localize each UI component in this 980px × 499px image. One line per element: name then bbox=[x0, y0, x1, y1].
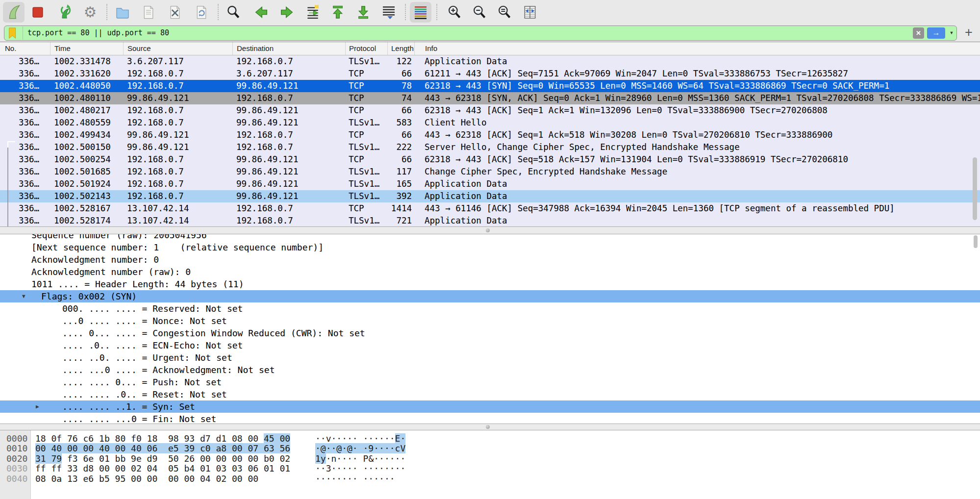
expander-open-icon[interactable]: ▼ bbox=[22, 290, 25, 302]
packet-cell-src[interactable]: 192.168.0.7 bbox=[127, 104, 231, 117]
detail-line[interactable]: Acknowledgment number: 0 bbox=[0, 253, 980, 266]
display-filter-value[interactable]: tcp.port == 80 || udp.port == 80 bbox=[27, 26, 169, 40]
packet-cell-time[interactable]: 1002.501924 bbox=[54, 178, 122, 190]
hex-ascii[interactable]: ········ ······ bbox=[315, 474, 395, 484]
packet-cell-proto[interactable]: TCP bbox=[349, 80, 386, 92]
packet-cell-dst[interactable]: 192.168.0.7 bbox=[236, 92, 343, 104]
packet-row[interactable]: 336…1002.52817413.107.42.14192.168.0.7TL… bbox=[0, 215, 980, 227]
packet-cell-proto[interactable]: TLSv1… bbox=[349, 166, 386, 178]
hex-ascii-highlighted[interactable]: 1y bbox=[315, 453, 326, 464]
colorize-packets-icon[interactable] bbox=[410, 2, 431, 23]
hex-ascii[interactable]: ·@··@·@· ·9····cV bbox=[315, 443, 405, 453]
hex-ascii[interactable]: ········ ······ bbox=[315, 474, 395, 484]
hex-bytes[interactable]: ff ff 33 d8 00 00 02 04 05 b4 01 03 03 0… bbox=[35, 463, 290, 474]
go-to-packet-icon[interactable] bbox=[302, 2, 324, 23]
packet-cell-info[interactable]: Application Data bbox=[425, 178, 980, 190]
packet-cell-no[interactable]: 336… bbox=[19, 166, 49, 178]
packet-cell-info[interactable]: Server Hello, Change Cipher Spec, Encryp… bbox=[425, 141, 980, 153]
packet-row[interactable]: 336…1002.49943499.86.49.121192.168.0.7TC… bbox=[0, 129, 980, 141]
packet-cell-proto[interactable]: TCP bbox=[349, 104, 386, 117]
packet-cell-time[interactable]: 1002.502143 bbox=[54, 190, 122, 202]
auto-scroll-icon[interactable] bbox=[378, 2, 400, 23]
packet-cell-dst[interactable]: 99.86.49.121 bbox=[236, 166, 343, 178]
packet-cell-time[interactable]: 1002.448050 bbox=[54, 80, 122, 92]
packet-row[interactable]: 336…1002.3314783.6.207.117192.168.0.7TLS… bbox=[0, 55, 980, 68]
packet-cell-dst[interactable]: 192.168.0.7 bbox=[236, 215, 343, 227]
hex-bytes[interactable]: 18 0f 76 c6 1b 80 f0 18 98 93 d7 d1 08 0… bbox=[35, 433, 290, 444]
packet-cell-src[interactable]: 13.107.42.14 bbox=[127, 202, 231, 215]
packet-cell-no[interactable]: 336… bbox=[19, 117, 49, 129]
hex-bytes[interactable]: 08 0a 13 e6 b5 95 00 00 00 00 04 02 00 0… bbox=[35, 474, 258, 484]
detail-line[interactable]: [Next sequence number: 1 (relative seque… bbox=[0, 241, 980, 253]
hex-row[interactable]: 004008 0a 13 e6 b5 95 00 00 00 00 04 02 … bbox=[0, 474, 980, 484]
hex-ascii-highlighted[interactable]: E· bbox=[395, 433, 406, 444]
hex-ascii[interactable]: ··v····· ······ bbox=[315, 433, 395, 444]
packet-row[interactable]: 336…1002.500254192.168.0.799.86.49.121TC… bbox=[0, 153, 980, 166]
hex-ascii[interactable]: ·n···· P&······ bbox=[326, 453, 406, 464]
detail-line[interactable]: ▼Flags: 0x002 (SYN) bbox=[0, 290, 980, 302]
packet-cell-len[interactable]: 721 bbox=[387, 215, 412, 227]
hex-bytes[interactable]: 31 79 f3 6e 01 bb 9e d9 50 26 00 00 00 0… bbox=[35, 453, 290, 464]
packet-cell-len[interactable]: 117 bbox=[387, 166, 412, 178]
packet-cell-no[interactable]: 336… bbox=[19, 55, 49, 68]
filter-apply-button[interactable]: → bbox=[927, 27, 945, 39]
hex-row[interactable]: 001000 40 00 00 40 00 40 06 e5 39 c0 a8 … bbox=[0, 443, 980, 453]
filter-bookmark-icon[interactable] bbox=[7, 27, 20, 39]
go-back-icon[interactable] bbox=[251, 2, 272, 23]
packet-cell-no[interactable]: 336… bbox=[19, 202, 49, 215]
packet-cell-info[interactable]: Application Data bbox=[425, 215, 980, 227]
packet-row[interactable]: 336…1002.448050192.168.0.799.86.49.121TC… bbox=[0, 80, 980, 92]
expander-closed-icon[interactable]: ▶ bbox=[36, 400, 39, 413]
packet-row[interactable]: 336…1002.52816713.107.42.14192.168.0.7TC… bbox=[0, 202, 980, 215]
packet-cell-time[interactable]: 1002.528167 bbox=[54, 202, 122, 215]
packet-cell-no[interactable]: 336… bbox=[19, 190, 49, 202]
packet-cell-proto[interactable]: TLSv1… bbox=[349, 141, 386, 153]
packet-cell-proto[interactable]: TLSv1… bbox=[349, 215, 386, 227]
packet-row[interactable]: 336…1002.480559192.168.0.799.86.49.121TL… bbox=[0, 117, 980, 129]
pane-splitter[interactable] bbox=[0, 424, 980, 430]
go-forward-icon[interactable] bbox=[276, 2, 298, 23]
detail-line[interactable]: .... .... ...0 = Fin: Not set bbox=[0, 413, 980, 424]
detail-line[interactable]: 000. .... .... = Reserved: Not set bbox=[0, 302, 980, 315]
packet-cell-proto[interactable]: TCP bbox=[349, 92, 386, 104]
packet-cell-src[interactable]: 192.168.0.7 bbox=[127, 166, 231, 178]
splitter-handle[interactable] bbox=[486, 228, 490, 232]
packet-cell-len[interactable]: 66 bbox=[387, 68, 412, 80]
packet-cell-dst[interactable]: 192.168.0.7 bbox=[236, 129, 343, 141]
packet-cell-time[interactable]: 1002.331478 bbox=[54, 55, 122, 68]
packet-cell-info[interactable]: 61211 → 443 [ACK] Seq=7151 Ack=97069 Win… bbox=[425, 68, 980, 80]
packet-cell-src[interactable]: 192.168.0.7 bbox=[127, 68, 231, 80]
hex-row[interactable]: 002031 79 f3 6e 01 bb 9e d9 50 26 00 00 … bbox=[0, 453, 980, 464]
hex-ascii[interactable]: ··3····· ········ bbox=[315, 463, 405, 474]
packet-cell-no[interactable]: 336… bbox=[19, 68, 49, 80]
packet-cell-no[interactable]: 336… bbox=[19, 178, 49, 190]
packet-cell-len[interactable]: 78 bbox=[387, 80, 412, 92]
go-to-bottom-icon[interactable] bbox=[352, 2, 374, 23]
detail-line[interactable]: .... ..0. .... = Urgent: Not set bbox=[0, 351, 980, 364]
packet-cell-proto[interactable]: TLSv1… bbox=[349, 178, 386, 190]
packet-cell-info[interactable]: Client Hello bbox=[425, 117, 980, 129]
packet-cell-time[interactable]: 1002.528174 bbox=[54, 215, 122, 227]
detail-line[interactable]: .... .... .0.. = Reset: Not set bbox=[0, 388, 980, 400]
column-header-source[interactable]: Source bbox=[123, 42, 232, 55]
splitter-handle[interactable] bbox=[486, 425, 490, 429]
packet-cell-dst[interactable]: 3.6.207.117 bbox=[236, 68, 343, 80]
packet-cell-info[interactable]: Application Data bbox=[425, 55, 980, 68]
detail-line[interactable]: Sequence number (raw): 2005041956 bbox=[0, 234, 980, 241]
packet-cell-src[interactable]: 99.86.49.121 bbox=[127, 129, 231, 141]
packet-cell-src[interactable]: 13.107.42.14 bbox=[127, 215, 231, 227]
packet-cell-dst[interactable]: 99.86.49.121 bbox=[236, 117, 343, 129]
packet-cell-time[interactable]: 1002.480217 bbox=[54, 104, 122, 117]
packet-cell-time[interactable]: 1002.480559 bbox=[54, 117, 122, 129]
filter-clear-button[interactable]: ✕ bbox=[913, 27, 924, 39]
packet-cell-dst[interactable]: 192.168.0.7 bbox=[236, 202, 343, 215]
column-header-length[interactable]: Length bbox=[387, 42, 414, 55]
packet-row[interactable]: 336…1002.48011099.86.49.121192.168.0.7TC… bbox=[0, 92, 980, 104]
packet-cell-len[interactable]: 66 bbox=[387, 104, 412, 117]
hex-bytes[interactable]: 08 0a 13 e6 b5 95 00 00 00 00 04 02 00 0… bbox=[35, 474, 258, 484]
detail-line[interactable]: ...0 .... .... = Nonce: Not set bbox=[0, 315, 980, 327]
open-file-icon[interactable] bbox=[112, 2, 133, 23]
packet-cell-dst[interactable]: 99.86.49.121 bbox=[236, 80, 343, 92]
filter-dropdown-caret[interactable]: ▼ bbox=[948, 27, 955, 39]
packet-cell-no[interactable]: 336… bbox=[19, 92, 49, 104]
